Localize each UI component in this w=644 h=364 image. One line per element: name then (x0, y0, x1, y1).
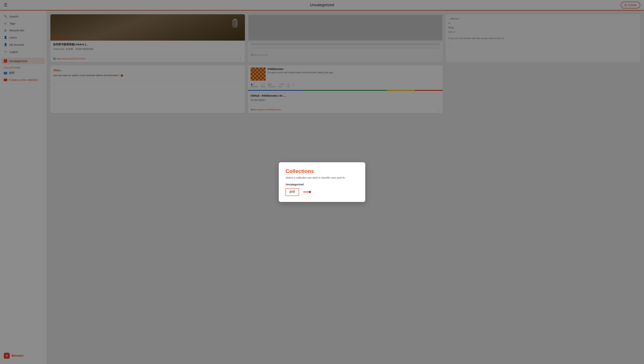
modal-title: Collections (286, 168, 358, 174)
modal-collection-row: 群晖 (286, 188, 358, 196)
modal-subtitle: Select a collection you wish to transfer… (286, 176, 358, 179)
svg-marker-1 (309, 191, 312, 193)
collections-modal: Collections Select a collection you wish… (279, 162, 365, 202)
arrow-indicator (302, 189, 312, 195)
modal-collection-option-qunhui[interactable]: 群晖 (286, 188, 299, 196)
modal-overlay[interactable]: Collections Select a collection you wish… (0, 0, 644, 364)
modal-section-label: Uncategorized (286, 183, 358, 186)
